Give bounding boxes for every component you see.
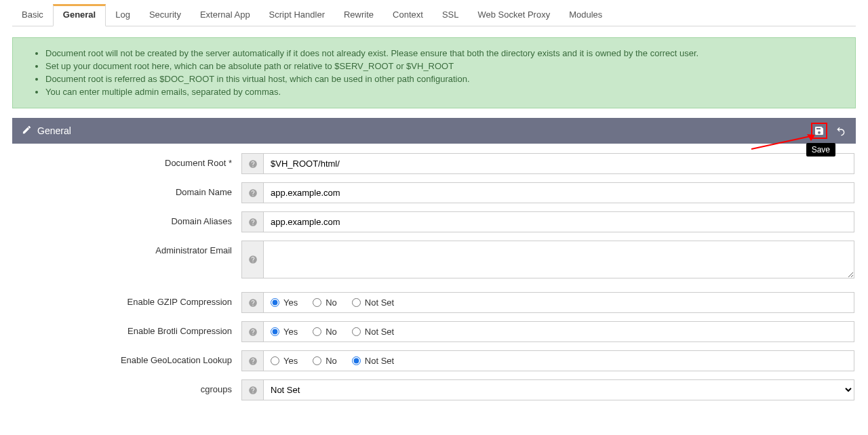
gzip-option-no[interactable]: No	[313, 297, 337, 308]
tab-basic[interactable]: Basic	[12, 4, 53, 26]
geolocation-radio-group: YesNoNot Set	[263, 350, 854, 371]
brotli-option-not-set[interactable]: Not Set	[352, 327, 394, 337]
help-icon[interactable]	[241, 379, 263, 400]
admin-email-input[interactable]	[264, 241, 854, 278]
info-item: Document root will not be created by the…	[45, 47, 843, 60]
tab-modules[interactable]: Modules	[559, 4, 612, 26]
save-button[interactable]	[811, 123, 827, 139]
cgroups-select[interactable]: Not SetOnOff	[264, 380, 854, 400]
brotli-option-yes[interactable]: Yes	[271, 327, 298, 337]
gzip-radio-group: YesNoNot Set	[263, 292, 854, 313]
gzip-option-yes[interactable]: Yes	[271, 297, 298, 308]
doc-root-label: Document Root *	[14, 153, 241, 174]
geo-option-no[interactable]: No	[313, 356, 337, 366]
tab-web-socket-proxy[interactable]: Web Socket Proxy	[468, 4, 559, 26]
gzip-option-not-set[interactable]: Not Set	[352, 297, 394, 308]
panel-header: General Save	[12, 118, 856, 144]
geo-option-yes[interactable]: Yes	[271, 356, 298, 366]
tab-external-app[interactable]: External App	[191, 4, 260, 26]
info-box: Document root will not be created by the…	[12, 37, 856, 108]
help-icon[interactable]	[241, 321, 263, 342]
domain-name-label: Domain Name	[14, 182, 241, 203]
help-icon[interactable]	[241, 153, 263, 174]
general-panel: General Save Document Root *	[12, 118, 856, 415]
doc-root-input[interactable]	[264, 154, 854, 173]
domain-aliases-input[interactable]	[264, 212, 854, 232]
tab-ssl[interactable]: SSL	[433, 4, 469, 26]
help-icon[interactable]	[241, 241, 263, 278]
tab-context[interactable]: Context	[383, 4, 433, 26]
back-button[interactable]	[833, 123, 849, 139]
domain-aliases-label: Domain Aliases	[14, 211, 241, 232]
help-icon[interactable]	[241, 211, 263, 232]
tabs-nav: BasicGeneralLogSecurityExternal AppScrip…	[12, 4, 856, 26]
tab-script-handler[interactable]: Script Handler	[260, 4, 334, 26]
save-icon	[814, 125, 825, 136]
save-tooltip: Save	[806, 143, 835, 157]
tab-log[interactable]: Log	[106, 4, 140, 26]
edit-icon	[22, 125, 32, 137]
undo-icon	[835, 125, 846, 136]
help-icon[interactable]	[241, 350, 263, 371]
help-icon[interactable]	[241, 292, 263, 313]
panel-title: General	[37, 125, 71, 136]
geo-option-not-set[interactable]: Not Set	[352, 356, 394, 366]
domain-name-input[interactable]	[264, 183, 854, 203]
admin-email-label: Administrator Email	[14, 241, 241, 278]
brotli-label: Enable Brotli Compression	[14, 321, 241, 342]
brotli-option-no[interactable]: No	[313, 327, 337, 337]
info-item: Set up your document root here, which ca…	[45, 60, 843, 73]
info-item: You can enter multiple admin emails, sep…	[45, 86, 843, 99]
tab-general[interactable]: General	[53, 4, 106, 26]
geolocation-label: Enable GeoLocation Lookup	[14, 350, 241, 371]
help-icon[interactable]	[241, 182, 263, 203]
tab-security[interactable]: Security	[140, 4, 191, 26]
gzip-label: Enable GZIP Compression	[14, 292, 241, 313]
tab-rewrite[interactable]: Rewrite	[334, 4, 383, 26]
cgroups-label: cgroups	[14, 379, 241, 400]
info-item: Document root is referred as $DOC_ROOT i…	[45, 73, 843, 86]
brotli-radio-group: YesNoNot Set	[263, 321, 854, 342]
